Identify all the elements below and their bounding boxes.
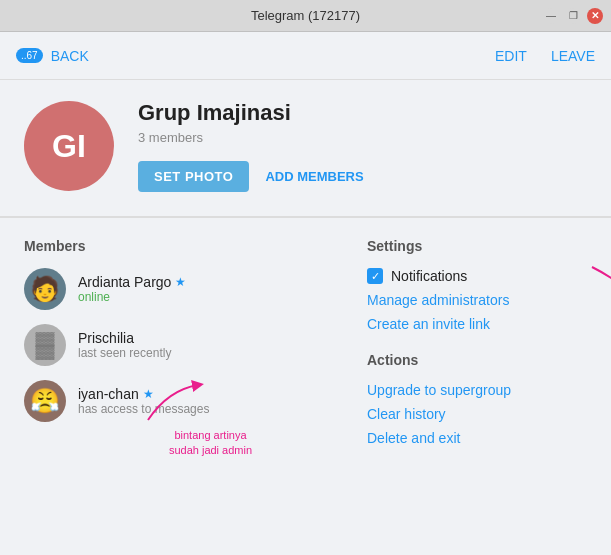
- leave-button[interactable]: LEAVE: [551, 48, 595, 64]
- nav-right: EDIT LEAVE: [495, 48, 595, 64]
- settings-column: Settings ✓ Notifications Manage administ…: [367, 238, 587, 539]
- member-count: 3 members: [138, 130, 587, 145]
- group-name: Grup Imajinasi: [138, 100, 587, 126]
- annotation-text: bintang artinya sudah jadi admin: [78, 428, 343, 459]
- profile-actions: SET PHOTO ADD MEMBERS: [138, 161, 587, 192]
- settings-section-title: Settings: [367, 238, 587, 254]
- topnav: ..67 BACK EDIT LEAVE: [0, 32, 611, 80]
- avatar: ▓▓▓▓: [24, 324, 66, 366]
- check-icon: ✓: [371, 270, 380, 283]
- close-button[interactable]: ✕: [587, 8, 603, 24]
- actions-section-title: Actions: [367, 352, 587, 368]
- profile-info: Grup Imajinasi 3 members SET PHOTO ADD M…: [138, 100, 587, 192]
- avatar: 🧑: [24, 268, 66, 310]
- add-members-button[interactable]: ADD MEMBERS: [265, 161, 363, 192]
- star-icon: ★: [175, 275, 186, 289]
- unread-badge: ..67: [16, 48, 43, 63]
- member-name: Prischilia: [78, 330, 171, 346]
- annotation-container: bintang artinya sudah jadi admin: [78, 428, 343, 459]
- minimize-button[interactable]: —: [543, 8, 559, 24]
- upgrade-supergroup-link[interactable]: Upgrade to supergroup: [367, 382, 587, 398]
- member-status: last seen recently: [78, 346, 171, 360]
- manage-admins-link[interactable]: Manage administrators: [367, 292, 587, 308]
- notifications-checkbox[interactable]: ✓: [367, 268, 383, 284]
- back-label: BACK: [51, 48, 89, 64]
- avatar: GI: [24, 101, 114, 191]
- member-info: Ardianta Pargo ★ online: [78, 274, 186, 304]
- edit-button[interactable]: EDIT: [495, 48, 527, 64]
- annotation-arrow: [138, 380, 218, 425]
- restore-button[interactable]: ❐: [565, 8, 581, 24]
- notifications-row: ✓ Notifications: [367, 268, 587, 284]
- profile-section: GI Grup Imajinasi 3 members SET PHOTO AD…: [0, 80, 611, 218]
- set-photo-button[interactable]: SET PHOTO: [138, 161, 249, 192]
- back-button[interactable]: ..67 BACK: [16, 48, 89, 64]
- titlebar: Telegram (172177) — ❐ ✕: [0, 0, 611, 32]
- members-section-title: Members: [24, 238, 343, 254]
- list-item[interactable]: 🧑 Ardianta Pargo ★ online: [24, 268, 343, 310]
- member-name: Ardianta Pargo ★: [78, 274, 186, 290]
- member-status: online: [78, 290, 186, 304]
- titlebar-title: Telegram (172177): [251, 8, 360, 23]
- settings-arrow: [582, 262, 611, 297]
- delete-exit-link[interactable]: Delete and exit: [367, 430, 587, 446]
- notifications-label: Notifications: [391, 268, 467, 284]
- create-invite-link[interactable]: Create an invite link: [367, 316, 587, 332]
- avatar: 😤: [24, 380, 66, 422]
- clear-history-link[interactable]: Clear history: [367, 406, 587, 422]
- member-info: Prischilia last seen recently: [78, 330, 171, 360]
- actions-section: Actions Upgrade to supergroup Clear hist…: [367, 352, 587, 446]
- list-item[interactable]: ▓▓▓▓ Prischilia last seen recently: [24, 324, 343, 366]
- main-content: Members 🧑 Ardianta Pargo ★ online ▓▓▓▓ P…: [0, 218, 611, 555]
- members-column: Members 🧑 Ardianta Pargo ★ online ▓▓▓▓ P…: [24, 238, 343, 539]
- settings-section: Settings ✓ Notifications Manage administ…: [367, 238, 587, 332]
- titlebar-controls: — ❐ ✕: [543, 8, 603, 24]
